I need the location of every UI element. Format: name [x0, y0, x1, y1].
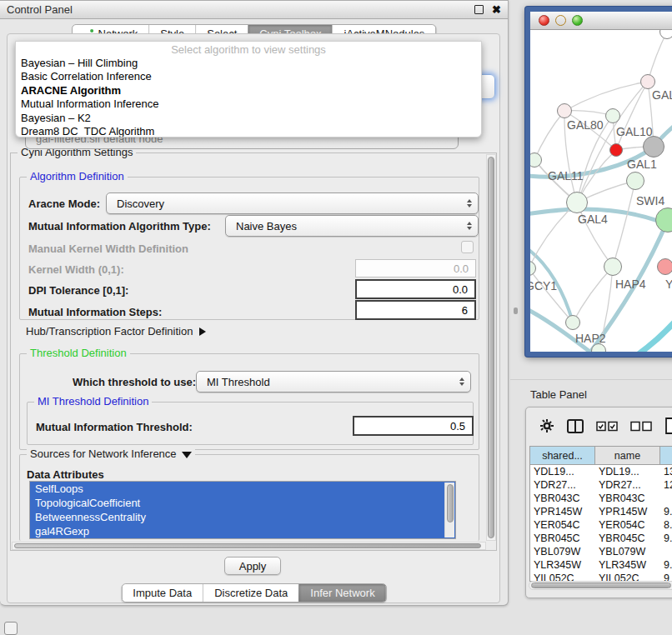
table-cell[interactable]: YBL079W: [530, 546, 595, 558]
mi-threshold-field[interactable]: 0.5: [353, 416, 474, 436]
deselect-all-columns-button[interactable]: [630, 421, 652, 432]
attributes-scrollbar[interactable]: [444, 482, 454, 538]
table-cell[interactable]: YER054C: [530, 519, 595, 531]
table-cell[interactable]: 8.: [660, 519, 672, 531]
node-label: HAP2: [575, 332, 606, 345]
aracne-mode-combobox[interactable]: Discovery: [106, 192, 479, 214]
close-icon[interactable]: ✖: [492, 6, 501, 13]
table-cell[interactable]: YIL052C: [595, 572, 660, 581]
select-all-columns-button[interactable]: [596, 421, 618, 432]
network-node[interactable]: [657, 258, 672, 275]
which-threshold-combobox[interactable]: MI Threshold: [196, 371, 471, 392]
attribute-item[interactable]: gal4RGexp: [30, 524, 455, 538]
algorithm-option[interactable]: Dream8 DC_TDC Algorithm: [16, 125, 481, 138]
table-cell[interactable]: 9: [660, 572, 672, 581]
table-cell[interactable]: 9.: [660, 532, 672, 544]
data-attributes-list[interactable]: SelfLoopsTopologicalCoefficientBetweenne…: [29, 481, 456, 539]
table-cell[interactable]: YPR145W: [595, 506, 660, 518]
table-cell[interactable]: YIL052C: [530, 572, 595, 581]
table-row[interactable]: YER054CYER054C8.: [530, 518, 672, 532]
attribute-item[interactable]: TopologicalCoefficient: [30, 496, 455, 510]
table-column-header[interactable]: name: [595, 447, 660, 465]
attribute-item[interactable]: BetweennessCentrality: [30, 510, 455, 524]
algorithm-option[interactable]: Mutual Information Inference: [16, 98, 481, 111]
table-cell[interactable]: YLR345W: [530, 559, 595, 571]
mi-algorithm-type-combobox[interactable]: Naive Bayes: [225, 215, 479, 237]
stepper-arrows-icon: [467, 222, 472, 230]
attributes-scrollbar-thumb[interactable]: [447, 484, 454, 522]
table-cell[interactable]: YBR045C: [530, 532, 595, 544]
export-table-button[interactable]: [664, 418, 672, 434]
table-cell[interactable]: 9.: [660, 506, 672, 518]
table-cell[interactable]: YBR043C: [530, 492, 595, 504]
table-cell[interactable]: 12: [660, 479, 672, 491]
table-horizontal-scrollbar-thumb[interactable]: [531, 582, 671, 588]
algorithm-option[interactable]: Bayesian – Hill Climbing: [16, 57, 481, 70]
table-cell[interactable]: 9.: [660, 559, 672, 571]
algorithm-option[interactable]: Basic Correlation Inference: [16, 70, 481, 83]
table-cell[interactable]: YBL079W: [595, 546, 660, 558]
split-columns-button[interactable]: [567, 419, 584, 433]
network-node[interactable]: [605, 108, 620, 123]
table-column-header[interactable]: shared...: [530, 447, 595, 465]
table-row[interactable]: YIL052CYIL052C9: [530, 572, 672, 581]
table-horizontal-scrollbar[interactable]: [529, 581, 672, 590]
mi-steps-field[interactable]: 6: [355, 300, 476, 320]
table-row[interactable]: YPR145WYPR145W9.: [530, 505, 672, 518]
table-cell[interactable]: YBR043C: [595, 492, 660, 504]
table-row[interactable]: YBR045CYBR045C9.: [530, 532, 672, 545]
network-node[interactable]: [565, 315, 580, 330]
control-panel-titlebar[interactable]: Control Panel ✖: [0, 1, 508, 19]
table-cell[interactable]: YER054C: [595, 519, 660, 531]
minimized-panel-icon[interactable]: [4, 622, 18, 635]
table-row[interactable]: YBR043CYBR043C: [530, 492, 672, 505]
algorithm-option[interactable]: ARACNE Algorithm: [16, 84, 481, 98]
table-cell[interactable]: 13: [660, 466, 672, 478]
table-cell[interactable]: YPR145W: [530, 506, 595, 518]
aracne-mode-label: Aracne Mode:: [28, 198, 100, 210]
settings-vertical-scrollbar[interactable]: [486, 154, 496, 541]
zoom-traffic-light-icon[interactable]: [572, 15, 583, 26]
settings-horizontal-scrollbar-thumb[interactable]: [14, 543, 481, 548]
table-panel-window: shared...nameA YDL19...YDL19...13YDR27..…: [525, 407, 672, 598]
network-canvas[interactable]: GALGAL80GAL10GAL1GAL11SWI4GAL4GCY1HAP4YH…: [530, 30, 672, 352]
table-cell[interactable]: YDR27...: [530, 479, 595, 491]
network-node[interactable]: [557, 103, 572, 118]
network-node[interactable]: [626, 172, 644, 190]
apply-button[interactable]: Apply: [224, 557, 281, 575]
panel-splitter-handle[interactable]: [514, 308, 518, 314]
table-row[interactable]: YBL079WYBL079W: [530, 545, 672, 558]
bottom-tab-impute-data[interactable]: Impute Data: [122, 584, 203, 602]
kernel-width-field[interactable]: 0.0: [355, 259, 476, 278]
network-view-window[interactable]: GALGAL80GAL10GAL1GAL11SWI4GAL4GCY1HAP4YH…: [525, 7, 672, 357]
manual-kernel-width-checkbox[interactable]: [461, 241, 474, 253]
algorithm-option[interactable]: Bayesian – K2: [16, 112, 481, 125]
network-node[interactable]: [604, 258, 622, 276]
close-traffic-light-icon[interactable]: [539, 15, 549, 26]
attribute-item[interactable]: SelfLoops: [30, 482, 455, 496]
table-settings-button[interactable]: [539, 418, 554, 433]
dpi-tolerance-field[interactable]: 0.0: [355, 279, 476, 299]
table-cell[interactable]: YDL19...: [530, 466, 595, 478]
network-node[interactable]: [609, 143, 623, 157]
network-node[interactable]: [566, 192, 588, 213]
table-row[interactable]: YDL19...YDL19...13: [530, 465, 672, 478]
table-cell[interactable]: YDL19...: [595, 466, 660, 478]
table-row[interactable]: YLR345WYLR345W9.: [530, 558, 672, 572]
table-cell[interactable]: YDR27...: [595, 479, 660, 491]
settings-horizontal-scrollbar[interactable]: [12, 542, 486, 550]
hub-transcription-expander[interactable]: Hub/Transcription Factor Definition: [26, 325, 206, 338]
table-cell[interactable]: YLR345W: [595, 559, 660, 571]
minimize-traffic-light-icon[interactable]: [555, 15, 566, 26]
settings-vertical-scrollbar-thumb[interactable]: [488, 157, 494, 538]
table-column-header[interactable]: A: [660, 447, 672, 465]
network-node[interactable]: [640, 74, 655, 89]
float-window-icon[interactable]: [474, 5, 484, 14]
table-row[interactable]: YDR27...YDR27...12: [530, 478, 672, 492]
mi-algorithm-type-value: Naive Bayes: [236, 220, 297, 232]
network-node[interactable]: [643, 136, 664, 158]
network-window-titlebar[interactable]: [530, 12, 672, 30]
table-cell[interactable]: YBR045C: [595, 532, 660, 544]
bottom-tab-discretize-data[interactable]: Discretize Data: [203, 584, 298, 602]
bottom-tab-infer-network[interactable]: Infer Network: [298, 584, 385, 602]
